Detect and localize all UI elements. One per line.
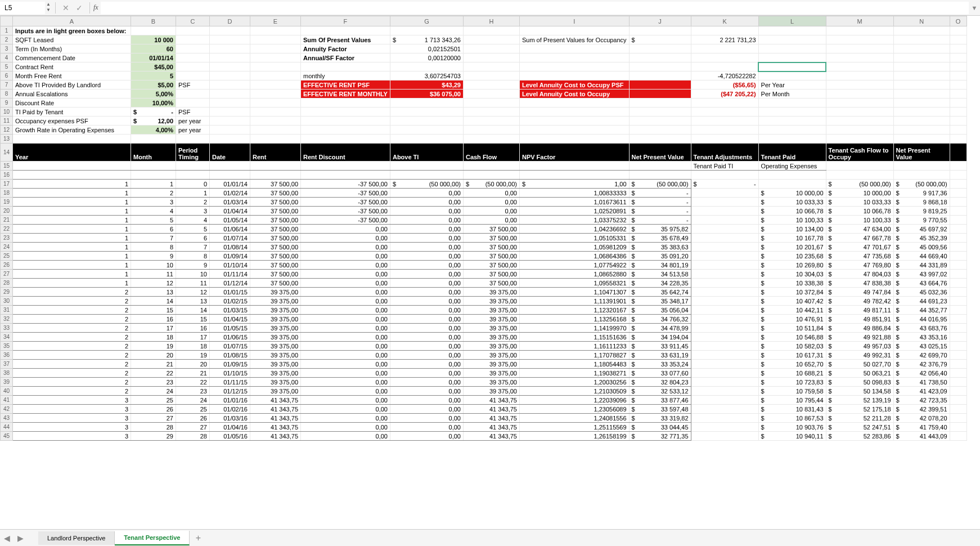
- cell[interactable]: $49 782,42: [826, 297, 893, 306]
- cell[interactable]: 39 375,00: [463, 378, 519, 387]
- cell[interactable]: 1: [13, 180, 131, 189]
- cell[interactable]: $33 319,82: [629, 414, 691, 423]
- cell[interactable]: [691, 99, 758, 108]
- cell[interactable]: 0,00: [390, 360, 463, 369]
- cell[interactable]: Period Timing: [176, 144, 210, 162]
- row-header-27[interactable]: 27: [1, 270, 13, 279]
- cell[interactable]: 39 375,00: [250, 387, 301, 396]
- cell[interactable]: 3: [13, 423, 131, 432]
- cell[interactable]: [629, 171, 691, 180]
- cell[interactable]: [691, 243, 758, 252]
- cell[interactable]: 39 375,00: [463, 306, 519, 315]
- cell[interactable]: $52 247,51: [826, 423, 893, 432]
- row-header-8[interactable]: 8: [1, 89, 13, 99]
- cell[interactable]: 27: [131, 414, 176, 423]
- cell[interactable]: [463, 71, 519, 80]
- cell[interactable]: [691, 387, 758, 396]
- cell[interactable]: 01/06/14: [210, 225, 250, 234]
- cell[interactable]: [950, 126, 966, 135]
- cell[interactable]: 0,00: [301, 261, 390, 270]
- cell[interactable]: Operating Expenses: [758, 162, 826, 171]
- cell[interactable]: $9 868,18: [893, 198, 950, 207]
- row-header-29[interactable]: 29: [1, 288, 13, 297]
- row-header-23[interactable]: 23: [1, 234, 13, 243]
- cell[interactable]: 01/01/14: [131, 53, 176, 62]
- cell[interactable]: [519, 126, 629, 135]
- cell[interactable]: [463, 89, 519, 99]
- cell[interactable]: 01/05/15: [210, 324, 250, 333]
- cell[interactable]: 1,12320167: [519, 306, 629, 315]
- cell[interactable]: 1,01673611: [519, 198, 629, 207]
- row-header-32[interactable]: 32: [1, 315, 13, 324]
- cell[interactable]: 1: [13, 189, 131, 198]
- cell[interactable]: [758, 180, 826, 189]
- cell[interactable]: $10 407,42: [758, 297, 826, 306]
- cell[interactable]: Cash Flow: [463, 144, 519, 162]
- cell[interactable]: [463, 108, 519, 117]
- cell[interactable]: Month Free Rent: [13, 71, 131, 80]
- cell[interactable]: [301, 162, 390, 171]
- cell[interactable]: 22: [176, 378, 210, 387]
- cell[interactable]: [210, 89, 250, 99]
- cell[interactable]: $42 056,40: [893, 369, 950, 378]
- cell[interactable]: $(50 000,00): [390, 180, 463, 189]
- chevron-up-icon[interactable]: ▲: [45, 2, 52, 8]
- cell[interactable]: [390, 171, 463, 180]
- cell[interactable]: 1: [13, 252, 131, 261]
- cell[interactable]: 1,02520891: [519, 207, 629, 216]
- cell[interactable]: [691, 297, 758, 306]
- cell[interactable]: $33 353,24: [629, 360, 691, 369]
- cell[interactable]: [176, 53, 210, 62]
- cell[interactable]: 1: [13, 216, 131, 225]
- cell[interactable]: [893, 62, 950, 71]
- cell[interactable]: $10 201,67: [758, 243, 826, 252]
- cell[interactable]: 0: [176, 180, 210, 189]
- cell[interactable]: Term (In Months): [13, 44, 131, 53]
- cell[interactable]: $42 078,20: [893, 414, 950, 423]
- cell[interactable]: [950, 342, 966, 351]
- cell[interactable]: [950, 207, 966, 216]
- cell[interactable]: 1: [13, 198, 131, 207]
- cell[interactable]: [826, 44, 893, 53]
- select-all[interactable]: [1, 16, 13, 26]
- cell[interactable]: Tenant Paid: [758, 144, 826, 162]
- cell[interactable]: 01/12/14: [210, 279, 250, 288]
- cell[interactable]: 37 500,00: [250, 225, 301, 234]
- cell[interactable]: $45,00: [131, 62, 176, 71]
- cell[interactable]: 37 500,00: [250, 198, 301, 207]
- name-box[interactable]: [0, 2, 45, 14]
- cell[interactable]: $44 016,95: [893, 315, 950, 324]
- cell[interactable]: $44 669,40: [893, 252, 950, 261]
- cell[interactable]: 20: [176, 360, 210, 369]
- cell[interactable]: [250, 171, 301, 180]
- cell[interactable]: 20: [131, 351, 176, 360]
- cell[interactable]: [950, 414, 966, 423]
- cell[interactable]: 37 500,00: [463, 225, 519, 234]
- cell[interactable]: $10 867,53: [758, 414, 826, 423]
- cell[interactable]: Commencement Date: [13, 53, 131, 62]
- cell[interactable]: 1: [13, 261, 131, 270]
- cell[interactable]: 18: [176, 342, 210, 351]
- cell[interactable]: $-: [629, 189, 691, 198]
- cell[interactable]: 37 500,00: [463, 279, 519, 288]
- row-header-19[interactable]: 19: [1, 198, 13, 207]
- cell[interactable]: 37 500,00: [463, 234, 519, 243]
- row-header-6[interactable]: 6: [1, 71, 13, 80]
- cell[interactable]: [893, 35, 950, 44]
- cell[interactable]: 0,00: [390, 216, 463, 225]
- cell[interactable]: -37 500,00: [301, 198, 390, 207]
- col-header-I[interactable]: I: [519, 16, 629, 26]
- cell[interactable]: [390, 117, 463, 126]
- cell[interactable]: $35 056,04: [629, 306, 691, 315]
- cell[interactable]: 1,05981209: [519, 243, 629, 252]
- cell[interactable]: [950, 270, 966, 279]
- cell[interactable]: 37 500,00: [463, 252, 519, 261]
- cell[interactable]: 3: [13, 405, 131, 414]
- cell[interactable]: [250, 35, 301, 44]
- cell[interactable]: 14: [131, 297, 176, 306]
- cell[interactable]: [176, 162, 210, 171]
- cell[interactable]: 2: [131, 189, 176, 198]
- cell[interactable]: 37 500,00: [250, 180, 301, 189]
- cell[interactable]: $33 044,45: [629, 423, 691, 432]
- cell[interactable]: 01/02/15: [210, 297, 250, 306]
